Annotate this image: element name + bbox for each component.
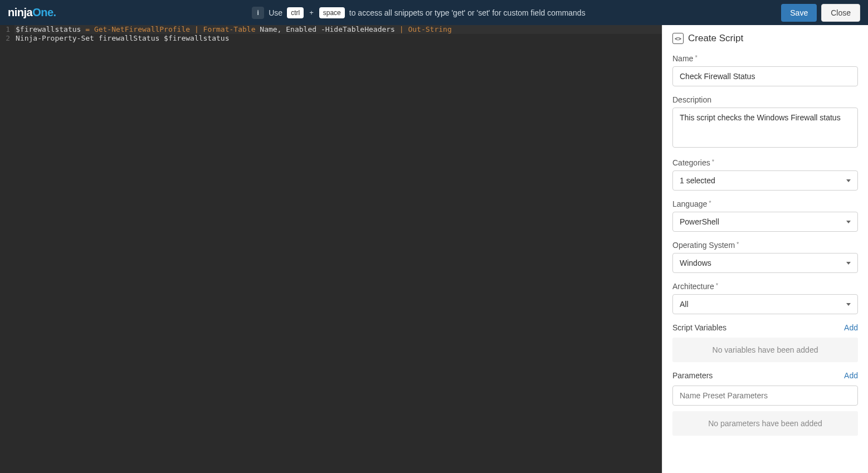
label-description: Description — [672, 95, 858, 104]
label-name: Name — [672, 54, 858, 63]
code-token: Out-String — [408, 25, 451, 33]
code-token: -HideTableHeaders — [321, 25, 395, 33]
code-token: Format-Table — [203, 25, 256, 33]
code-token — [190, 25, 194, 33]
language-value: PowerShell — [680, 217, 719, 226]
chevron-down-icon — [846, 262, 851, 265]
close-button[interactable]: Close — [821, 4, 860, 22]
name-input[interactable] — [672, 66, 858, 86]
line-number: 2 — [0, 34, 11, 43]
code-line[interactable]: $firewallstatus = Get-NetFirewallProfile… — [14, 25, 662, 34]
editor-gutter: 12 — [0, 25, 14, 473]
hint-plus: + — [308, 8, 315, 17]
save-button[interactable]: Save — [781, 4, 817, 22]
label-os: Operating System — [672, 241, 858, 250]
code-token: | — [194, 25, 199, 33]
code-line[interactable]: Ninja-Property-Set firewallStatus $firew… — [14, 34, 662, 43]
editor-lines[interactable]: $firewallstatus = Get-NetFirewallProfile… — [14, 25, 662, 473]
add-parameter-link[interactable]: Add — [844, 371, 858, 380]
code-token: | — [399, 25, 404, 33]
code-editor[interactable]: 12 $firewallstatus = Get-NetFirewallProf… — [0, 25, 662, 473]
kbd-ctrl: ctrl — [287, 7, 304, 18]
code-token — [395, 25, 399, 33]
line-number: 1 — [0, 25, 11, 34]
field-categories: Categories 1 selected — [672, 158, 858, 191]
hint-bar: i Use ctrl + space to access all snippet… — [56, 7, 782, 19]
topbar-actions: Save Close — [781, 4, 860, 22]
params-empty-state: No parameters have been added — [672, 411, 858, 436]
section-script-variables: Script Variables Add No variables have b… — [672, 323, 858, 362]
logo: ninjaOne. — [8, 6, 56, 19]
architecture-select[interactable]: All — [672, 294, 858, 314]
panel-title-row: <> Create Script — [672, 33, 858, 44]
code-token — [199, 25, 203, 33]
info-icon: i — [252, 7, 264, 19]
code-token: Ninja-Property-Set firewallStatus $firew… — [16, 34, 230, 42]
logo-part-one: One — [32, 6, 53, 18]
code-token: Name, Enabled — [255, 25, 320, 33]
label-categories: Categories — [672, 158, 858, 167]
code-token: $firewallstatus — [16, 25, 81, 33]
label-script-variables: Script Variables — [672, 323, 726, 332]
top-bar: ninjaOne. i Use ctrl + space to access a… — [0, 0, 868, 25]
code-token: = — [85, 25, 90, 33]
vars-empty-state: No variables have been added — [672, 338, 858, 362]
os-select[interactable]: Windows — [672, 253, 858, 273]
language-select[interactable]: PowerShell — [672, 212, 858, 232]
add-variable-link[interactable]: Add — [844, 323, 858, 332]
hint-use: Use — [269, 8, 282, 17]
kbd-space: space — [319, 7, 345, 18]
field-description: Description — [672, 95, 858, 149]
logo-part-ninja: ninja — [8, 6, 32, 18]
architecture-value: All — [680, 300, 689, 309]
field-name: Name — [672, 54, 858, 86]
label-parameters: Parameters — [672, 371, 713, 380]
main-area: 12 $firewallstatus = Get-NetFirewallProf… — [0, 25, 868, 473]
hint-tail: to access all snippets or type 'get' or … — [349, 8, 586, 17]
os-value: Windows — [680, 259, 711, 267]
section-parameters: Parameters Add No parameters have been a… — [672, 371, 858, 436]
label-language: Language — [672, 199, 858, 208]
code-token: Get-NetFirewallProfile — [94, 25, 190, 33]
chevron-down-icon — [846, 179, 851, 182]
panel-title: Create Script — [688, 33, 743, 44]
categories-value: 1 selected — [680, 176, 715, 185]
field-os: Operating System Windows — [672, 241, 858, 273]
code-token — [90, 25, 94, 33]
parameters-input[interactable] — [672, 386, 858, 406]
code-icon: <> — [672, 33, 684, 44]
create-script-panel: <> Create Script Name Description Catego… — [662, 25, 868, 473]
label-architecture: Architecture — [672, 282, 858, 291]
field-language: Language PowerShell — [672, 199, 858, 232]
description-textarea[interactable] — [672, 108, 858, 148]
chevron-down-icon — [846, 303, 851, 306]
chevron-down-icon — [846, 221, 851, 223]
field-architecture: Architecture All — [672, 282, 858, 314]
categories-select[interactable]: 1 selected — [672, 170, 858, 191]
